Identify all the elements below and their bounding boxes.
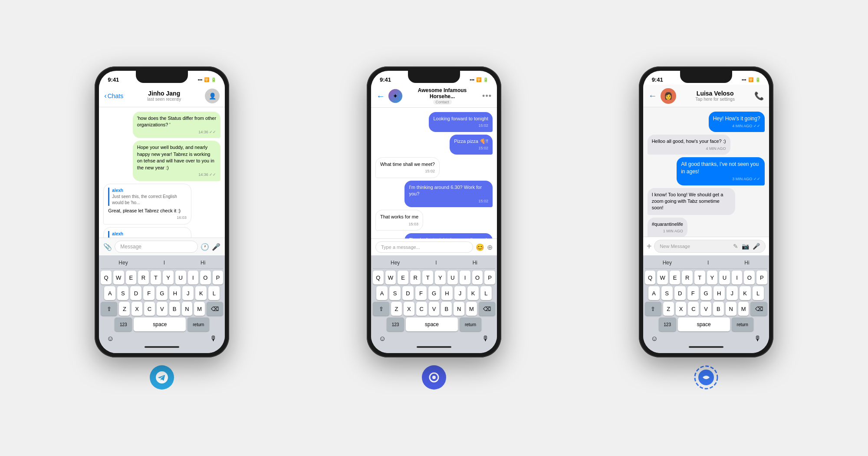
key-2-o[interactable]: O bbox=[472, 271, 483, 284]
key-3-v[interactable]: V bbox=[700, 302, 711, 316]
suggestion-hey-1[interactable]: Hey bbox=[118, 260, 128, 266]
key-3-i[interactable]: I bbox=[732, 271, 743, 284]
suggestion-hi-1[interactable]: Hi bbox=[201, 260, 205, 266]
attach-icon-1[interactable]: 📎 bbox=[103, 243, 112, 251]
emoji-icon-kb-2[interactable]: ☺ bbox=[379, 335, 386, 343]
key-z[interactable]: Z bbox=[119, 302, 130, 316]
key-3-h[interactable]: H bbox=[713, 286, 725, 300]
key-3-e[interactable]: E bbox=[670, 271, 681, 284]
key-l[interactable]: L bbox=[208, 286, 220, 300]
key-3-space[interactable]: space bbox=[678, 317, 730, 331]
key-3-delete[interactable]: ⌫ bbox=[750, 302, 767, 316]
key-s[interactable]: S bbox=[117, 286, 128, 300]
key-2-l[interactable]: L bbox=[480, 286, 492, 300]
key-3-g[interactable]: G bbox=[700, 286, 712, 300]
key-shift[interactable]: ⇧ bbox=[101, 302, 117, 316]
key-v[interactable]: V bbox=[157, 302, 168, 316]
suggestion-hey-2[interactable]: Hey bbox=[391, 260, 400, 266]
key-2-t[interactable]: T bbox=[422, 271, 433, 284]
key-3-o[interactable]: O bbox=[744, 271, 755, 284]
key-2-d[interactable]: D bbox=[402, 286, 414, 300]
message-input-2[interactable]: Type a message... bbox=[375, 241, 473, 253]
camera-icon-3[interactable]: 📷 bbox=[742, 243, 749, 250]
key-2-x[interactable]: X bbox=[404, 302, 414, 316]
sticker-icon-3[interactable]: ✎ bbox=[733, 243, 738, 250]
key-2-w[interactable]: W bbox=[385, 271, 396, 284]
key-w[interactable]: W bbox=[113, 271, 124, 284]
key-2-k[interactable]: K bbox=[467, 286, 479, 300]
key-delete[interactable]: ⌫ bbox=[207, 302, 223, 316]
key-return[interactable]: return bbox=[187, 317, 209, 331]
key-123[interactable]: 123 bbox=[115, 317, 132, 331]
message-input-3[interactable]: New Message ✎ 📷 🎤 bbox=[654, 240, 765, 253]
emoji-icon-kb-3[interactable]: ☺ bbox=[651, 335, 658, 343]
key-m[interactable]: M bbox=[194, 302, 205, 316]
key-y[interactable]: Y bbox=[163, 271, 174, 284]
key-i[interactable]: I bbox=[188, 271, 199, 284]
emoji-icon-2[interactable]: 😊 bbox=[476, 243, 484, 251]
key-u[interactable]: U bbox=[175, 271, 186, 284]
key-2-s[interactable]: S bbox=[389, 286, 401, 300]
key-3-k[interactable]: K bbox=[740, 286, 751, 300]
call-icon-3[interactable]: 📞 bbox=[754, 91, 764, 101]
key-p[interactable]: P bbox=[213, 271, 224, 284]
key-3-shift[interactable]: ⇧ bbox=[645, 302, 661, 316]
key-3-b[interactable]: B bbox=[713, 302, 724, 316]
suggestion-hey-3[interactable]: Hey bbox=[663, 260, 672, 266]
key-3-return[interactable]: return bbox=[732, 317, 753, 331]
key-n[interactable]: N bbox=[182, 302, 193, 316]
key-o[interactable]: O bbox=[200, 271, 211, 284]
key-2-r[interactable]: R bbox=[410, 271, 421, 284]
key-t[interactable]: T bbox=[151, 271, 161, 284]
back-button-3[interactable]: ← bbox=[648, 91, 657, 101]
back-button-2[interactable]: ← bbox=[376, 91, 385, 101]
key-3-a[interactable]: A bbox=[648, 286, 660, 300]
key-e[interactable]: E bbox=[126, 271, 137, 284]
more-options-2[interactable]: ••• bbox=[482, 92, 492, 101]
key-2-b[interactable]: B bbox=[441, 302, 452, 316]
key-3-j[interactable]: J bbox=[727, 286, 738, 300]
key-2-y[interactable]: Y bbox=[435, 271, 446, 284]
suggestion-i-2[interactable]: I bbox=[435, 260, 437, 266]
key-3-f[interactable]: F bbox=[687, 286, 699, 300]
key-2-123[interactable]: 123 bbox=[387, 317, 404, 331]
suggestion-hi-3[interactable]: Hi bbox=[744, 260, 749, 266]
key-2-a[interactable]: A bbox=[376, 286, 388, 300]
key-3-l[interactable]: L bbox=[753, 286, 764, 300]
key-2-j[interactable]: J bbox=[454, 286, 466, 300]
key-3-p[interactable]: P bbox=[756, 271, 767, 284]
back-button-1[interactable]: ‹ Chats bbox=[104, 92, 123, 100]
key-x[interactable]: X bbox=[132, 302, 142, 316]
key-3-123[interactable]: 123 bbox=[659, 317, 676, 331]
key-d[interactable]: D bbox=[130, 286, 141, 300]
emoji-icon-1[interactable]: ☺ bbox=[107, 335, 114, 343]
key-2-q[interactable]: Q bbox=[373, 271, 384, 284]
key-2-i[interactable]: I bbox=[460, 271, 470, 284]
key-3-r[interactable]: R bbox=[682, 271, 693, 284]
message-input-1[interactable]: Message bbox=[115, 241, 198, 253]
key-c[interactable]: C bbox=[144, 302, 155, 316]
key-3-c[interactable]: C bbox=[688, 302, 699, 316]
plus-icon-3[interactable]: + bbox=[647, 241, 652, 251]
mic-icon-kb-3[interactable]: 🎙 bbox=[754, 335, 761, 343]
key-2-f[interactable]: F bbox=[415, 286, 427, 300]
suggestion-i-1[interactable]: I bbox=[164, 260, 165, 266]
key-b[interactable]: B bbox=[169, 302, 180, 316]
mic-icon-kb-2[interactable]: 🎙 bbox=[482, 335, 489, 343]
mic-icon-3[interactable]: 🎤 bbox=[753, 243, 760, 250]
suggestion-i-3[interactable]: I bbox=[707, 260, 709, 266]
key-3-w[interactable]: W bbox=[657, 271, 668, 284]
key-2-return[interactable]: return bbox=[460, 317, 481, 331]
key-2-space[interactable]: space bbox=[406, 317, 458, 331]
key-3-d[interactable]: D bbox=[674, 286, 686, 300]
key-2-h[interactable]: H bbox=[441, 286, 453, 300]
key-3-u[interactable]: U bbox=[719, 271, 730, 284]
key-2-g[interactable]: G bbox=[428, 286, 440, 300]
key-2-p[interactable]: P bbox=[484, 271, 495, 284]
key-q[interactable]: Q bbox=[101, 271, 112, 284]
key-3-y[interactable]: Y bbox=[707, 271, 718, 284]
key-3-z[interactable]: Z bbox=[663, 302, 674, 316]
key-2-n[interactable]: N bbox=[454, 302, 464, 316]
key-r[interactable]: R bbox=[138, 271, 149, 284]
key-3-s[interactable]: S bbox=[661, 286, 673, 300]
